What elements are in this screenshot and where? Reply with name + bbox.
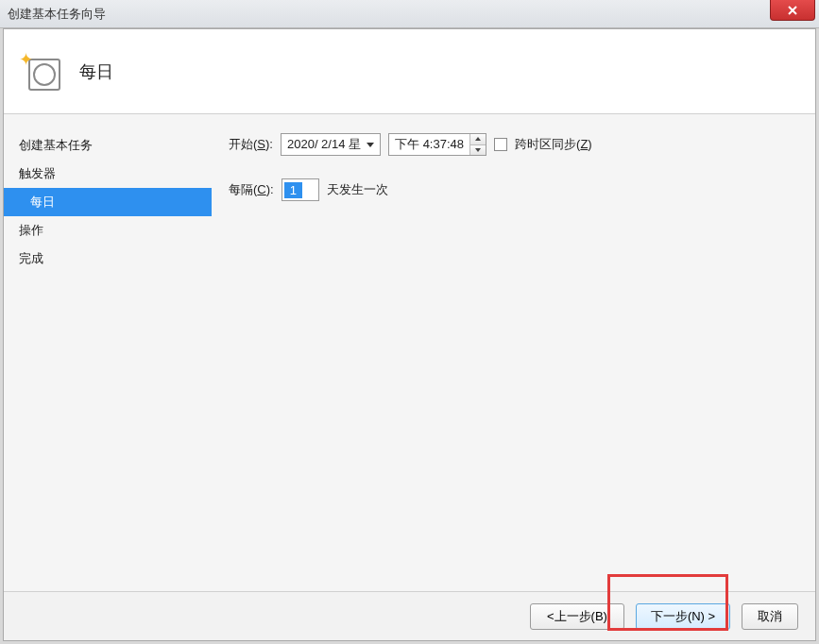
close-icon [787, 5, 798, 16]
recur-row: 每隔(C): 1 天发生一次 [229, 178, 796, 201]
sync-timezone-checkbox[interactable] [494, 138, 507, 151]
recur-every-label: 每隔(C): [229, 181, 274, 198]
wizard-dialog: ✦ 每日 创建基本任务 触发器 每日 操作 完成 开始(S): 2020/ 2/… [3, 28, 816, 641]
start-row: 开始(S): 2020/ 2/14 星 下午 4:37:48 跨时区同步(Z) [229, 133, 796, 156]
cancel-button[interactable]: 取消 [742, 603, 798, 630]
spinner-down[interactable] [470, 145, 486, 156]
back-button[interactable]: <上一步(B) [530, 603, 624, 630]
time-spinner [469, 134, 486, 155]
start-time-picker[interactable]: 下午 4:37:48 [388, 133, 486, 156]
dialog-footer: <上一步(B) 下一步(N) > 取消 [4, 591, 815, 640]
recur-days-input[interactable]: 1 [282, 178, 319, 201]
start-label: 开始(S): [229, 136, 273, 153]
sidebar-item-finish[interactable]: 完成 [4, 245, 212, 273]
recur-suffix-label: 天发生一次 [327, 181, 388, 198]
spinner-up[interactable] [470, 134, 486, 145]
page-title: 每日 [79, 60, 113, 83]
close-button[interactable] [770, 0, 815, 21]
wizard-steps-sidebar: 创建基本任务 触发器 每日 操作 完成 [4, 114, 212, 591]
window-title: 创建基本任务向导 [8, 6, 106, 23]
sidebar-item-daily[interactable]: 每日 [4, 188, 212, 216]
task-clock-icon: ✦ [23, 53, 60, 91]
sidebar-item-action[interactable]: 操作 [4, 216, 212, 245]
start-date-picker[interactable]: 2020/ 2/14 星 [281, 133, 381, 156]
start-time-value: 下午 4:37:48 [395, 136, 464, 153]
start-date-value: 2020/ 2/14 星 [287, 136, 361, 153]
titlebar: 创建基本任务向导 [0, 0, 819, 28]
dialog-body: 创建基本任务 触发器 每日 操作 完成 开始(S): 2020/ 2/14 星 … [4, 114, 815, 591]
sidebar-item-trigger[interactable]: 触发器 [4, 160, 212, 188]
sync-timezone-label: 跨时区同步(Z) [515, 136, 592, 153]
chevron-down-icon [367, 143, 374, 147]
form-area: 开始(S): 2020/ 2/14 星 下午 4:37:48 跨时区同步(Z) [212, 114, 815, 591]
sidebar-item-create-task[interactable]: 创建基本任务 [4, 131, 212, 160]
next-button[interactable]: 下一步(N) > [636, 603, 730, 630]
dialog-header: ✦ 每日 [4, 29, 815, 114]
